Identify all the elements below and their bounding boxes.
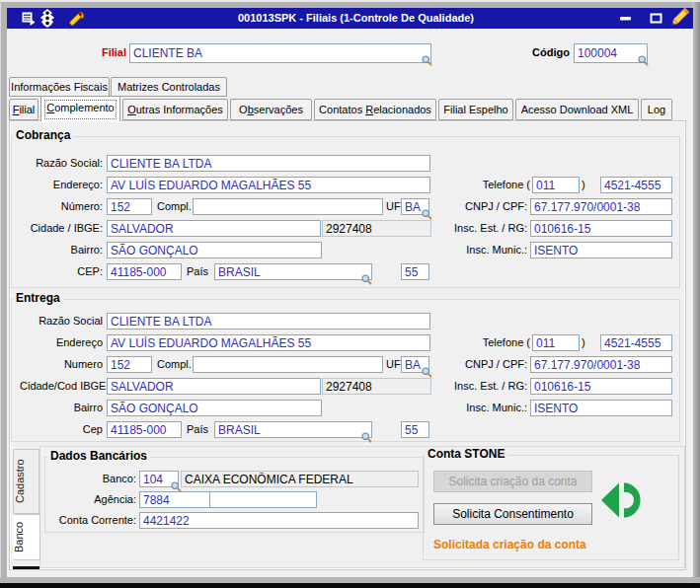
- cobranca-compl-input[interactable]: [193, 198, 383, 215]
- tab-acesso-download-xml[interactable]: Acesso Download XML: [515, 99, 639, 120]
- tab-label: Filial Espelho: [443, 104, 507, 115]
- entrega-inscest-label: Insc. Est. / RG:: [425, 378, 527, 395]
- cobranca-endereco-label: Endereço:: [20, 177, 103, 193]
- codigo-lookup-icon[interactable]: [638, 55, 649, 66]
- tab-complemento[interactable]: Complemento: [40, 96, 120, 121]
- banco-label: Banco:: [30, 471, 136, 487]
- entrega-inscmun-label: Insc. Munic.:: [425, 400, 527, 416]
- tab-label: Log: [648, 104, 665, 115]
- cobranca-bairro-input[interactable]: [107, 242, 322, 258]
- entrega-cep-label: Cep: [20, 421, 103, 438]
- cobranca-cidade-label: Cidade / IBGE:: [20, 220, 103, 237]
- entrega-ddd-input[interactable]: [532, 334, 580, 351]
- tab-log[interactable]: Log: [641, 99, 672, 120]
- tab-label: Observações: [239, 104, 303, 115]
- tab-contatos-relacionados[interactable]: Contatos Relacionados: [314, 99, 436, 120]
- side-tab-label: Cadastro: [14, 460, 26, 504]
- codigo-input[interactable]: [574, 43, 648, 63]
- cobranca-razao-label: Razão Social:: [20, 155, 103, 172]
- entrega-cnpj-label: CNPJ / CPF:: [425, 356, 527, 373]
- entrega-razao-label: Razão Social: [20, 313, 103, 330]
- entrega-fone-input[interactable]: [600, 334, 672, 351]
- cobranca-numero-label: Número:: [20, 198, 103, 215]
- entrega-cep-input[interactable]: [107, 421, 182, 438]
- entrega-inscest-input[interactable]: [530, 378, 672, 395]
- filial-label: Filial: [57, 44, 126, 61]
- stone-logo-icon: [599, 478, 645, 522]
- cobranca-razao-input[interactable]: [107, 155, 430, 172]
- cobranca-inscest-label: Insc. Est. / RG:: [425, 220, 527, 237]
- agencia-extra-input[interactable]: [209, 491, 317, 508]
- cobranca-ddi-input[interactable]: [401, 263, 429, 280]
- entrega-compl-input[interactable]: [193, 356, 383, 373]
- solicita-criacao-button[interactable]: Solicita criação da conta: [433, 471, 592, 492]
- tab-matrizes-controladas[interactable]: Matrizes Controladas: [111, 77, 227, 97]
- cobranca-cnpj-label: CNPJ / CPF:: [425, 198, 527, 215]
- cobranca-numero-input[interactable]: [107, 198, 152, 215]
- entrega-ddi-input[interactable]: [401, 421, 429, 438]
- cobranca-endereco-input[interactable]: [107, 177, 430, 193]
- cobranca-pais-input[interactable]: [214, 263, 372, 280]
- side-tab-banco[interactable]: Banco: [13, 514, 40, 560]
- entrega-razao-input[interactable]: [107, 313, 430, 330]
- cobranca-inscmun-label: Insc. Munic.:: [425, 242, 527, 258]
- solicita-consentimento-button[interactable]: Solicita Consentimento: [433, 503, 592, 525]
- filial-input[interactable]: [129, 43, 431, 63]
- cobranca-pais-lookup-icon[interactable]: [361, 274, 372, 285]
- entrega-pais-label: País: [187, 421, 208, 438]
- entrega-cnpj-input[interactable]: [530, 356, 672, 373]
- cobranca-telefone-label: Telefone (: [425, 177, 530, 193]
- entrega-pais-lookup-icon[interactable]: [361, 432, 372, 443]
- entrega-cidade-label: Cidade/Cod IBGE: [20, 378, 103, 395]
- tab-filial-espelho[interactable]: Filial Espelho: [438, 99, 513, 120]
- cobranca-uf-lookup-icon[interactable]: [422, 209, 432, 220]
- focus-rectangle: [44, 100, 117, 119]
- cobranca-cidade-input[interactable]: [107, 220, 321, 237]
- tab-label: Filial: [13, 104, 36, 115]
- conta-corrente-input[interactable]: [139, 512, 419, 529]
- app-window: 001013SPK - Filiais (1-Controle De Quali…: [0, 0, 700, 588]
- entrega-ibge-input: [322, 378, 431, 395]
- dados-bancarios-title: Dados Bancários: [47, 450, 150, 463]
- cobranca-cep-input[interactable]: [107, 263, 182, 280]
- tab-label: Contatos Relacionados: [319, 104, 431, 115]
- banco-lookup-icon[interactable]: [171, 481, 182, 492]
- entrega-compl-label: Compl.: [157, 356, 192, 373]
- entrega-uf-lookup-icon[interactable]: [422, 367, 432, 378]
- tab-informacoes-fiscais[interactable]: Informações Fiscais: [9, 77, 110, 97]
- entrega-pais-input[interactable]: [214, 421, 372, 438]
- filial-lookup-icon[interactable]: [422, 55, 432, 66]
- tab-label: Outras Informações: [127, 104, 223, 115]
- entrega-bairro-label: Bairro: [20, 400, 103, 416]
- tab-outras-informacoes[interactable]: Outras Informações: [122, 99, 228, 120]
- form-body: Filial Código Informações Fiscais Matriz…: [7, 29, 693, 577]
- entrega-bairro-input[interactable]: [107, 400, 322, 416]
- tab-observacoes[interactable]: Observações: [230, 99, 312, 120]
- cobranca-uf-label: UF: [386, 198, 401, 215]
- stone-status-text: Solicitada criação da conta: [433, 538, 586, 551]
- cobranca-group-title: Cobrança: [13, 129, 73, 142]
- cobranca-cnpj-input[interactable]: [530, 198, 672, 215]
- side-tab-label: Banco: [13, 522, 25, 552]
- side-tab-indicator: [13, 566, 39, 569]
- entrega-telefone-label: Telefone (: [425, 334, 530, 351]
- cobranca-bairro-label: Bairro:: [20, 242, 103, 258]
- codigo-label: Código: [513, 44, 570, 61]
- cobranca-fone-input[interactable]: [600, 177, 672, 193]
- cobranca-ddd-input[interactable]: [532, 177, 580, 193]
- entrega-inscmun-input[interactable]: [530, 400, 672, 416]
- cobranca-inscmun-input[interactable]: [530, 242, 672, 258]
- banco-nome-input: [181, 471, 419, 487]
- cobranca-telefone-close: ): [582, 177, 585, 193]
- agencia-label: Agência:: [30, 491, 136, 508]
- agencia-input[interactable]: [139, 491, 210, 508]
- tab-filial[interactable]: Filial: [9, 99, 39, 120]
- cobranca-cep-label: CEP:: [20, 263, 103, 280]
- entrega-endereco-label: Endereço: [20, 334, 103, 351]
- cobranca-compl-label: Compl.: [157, 198, 192, 215]
- cobranca-inscest-input[interactable]: [530, 220, 672, 237]
- entrega-numero-input[interactable]: [107, 356, 152, 373]
- entrega-group-title: Entrega: [13, 292, 63, 305]
- entrega-cidade-input[interactable]: [107, 378, 321, 395]
- entrega-endereco-input[interactable]: [107, 334, 430, 351]
